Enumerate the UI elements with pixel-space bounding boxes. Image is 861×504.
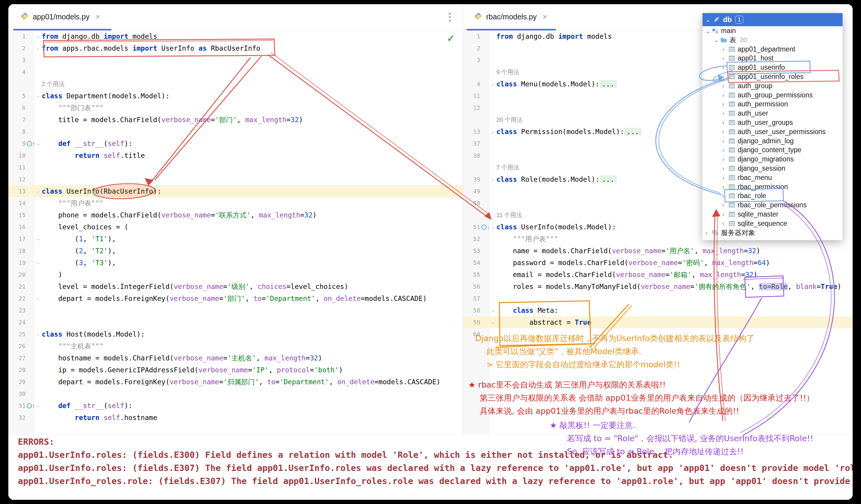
fold-handle-icon[interactable]: ⌄ — [36, 92, 41, 99]
fold-handle-icon[interactable]: ⌄ — [490, 176, 495, 182]
code-line[interactable]: 25⌄class Host(models.Model): — [8, 328, 463, 340]
db-table-row-rbac_permission[interactable]: ›rbac_permission — [702, 182, 843, 192]
code-line[interactable]: 19⌄ (3, 'T3'), — [8, 257, 463, 269]
tab-app01-models[interactable]: app01/models.py × — [13, 4, 108, 29]
usages-inlay[interactable]: 2 个用法 — [42, 78, 65, 90]
chevron-right-icon[interactable]: › — [722, 64, 729, 71]
chevron-right-icon[interactable]: › — [722, 55, 729, 62]
code-line[interactable]: 8 — [8, 126, 463, 138]
fold-handle-icon[interactable]: ⌄ — [36, 402, 41, 409]
fold-handle-icon[interactable]: ⌄ — [36, 331, 41, 337]
usages-inlay[interactable]: 20 个用法 — [496, 114, 522, 126]
fold-handle-icon[interactable]: ⌄ — [36, 235, 41, 242]
chevron-right-icon[interactable]: › — [722, 138, 729, 145]
db-table-row-rbac_role[interactable]: ›rbac_role — [702, 191, 843, 201]
chevron-right-icon[interactable]: › — [722, 174, 729, 181]
code-line[interactable]: 59⌄ abstract = True — [463, 316, 853, 328]
chevron-down-icon[interactable]: ⌄ — [706, 27, 712, 35]
db-table-row-auth_user_user_permissions[interactable]: ›auth_user_user_permissions — [702, 127, 843, 136]
fold-handle-icon[interactable]: ⌄ — [36, 45, 41, 51]
code-line[interactable]: 29 depart = models.ForeignKey(verbose_na… — [8, 376, 463, 388]
chevron-right-icon[interactable]: › — [722, 192, 729, 199]
chevron-right-icon[interactable]: › — [706, 229, 712, 236]
chevron-right-icon[interactable]: › — [722, 46, 729, 53]
code-area-left[interactable]: 1⌄from django.db import models2⌄from app… — [8, 30, 463, 434]
chevron-right-icon[interactable]: › — [722, 211, 729, 218]
chevron-right-icon[interactable]: › — [722, 165, 729, 172]
chevron-right-icon[interactable]: › — [722, 110, 729, 117]
code-line[interactable]: 9↑⌄ def __str__(self): — [8, 138, 463, 150]
tab-rbac-models[interactable]: rbac/models.py × — [467, 4, 555, 29]
tab-close-icon[interactable]: × — [543, 12, 547, 22]
pane-divider[interactable] — [463, 4, 463, 434]
db-tree-row-main[interactable]: ⌄main — [702, 26, 843, 36]
code-line[interactable]: 4 — [8, 66, 463, 78]
db-table-row-auth_user_groups[interactable]: ›auth_user_groups — [702, 118, 843, 127]
fold-handle-icon[interactable]: ⌄ — [36, 140, 41, 147]
db-table-row-sqlite_sequence[interactable]: ›sqlite_sequence — [702, 219, 843, 228]
chevron-right-icon[interactable]: › — [722, 82, 729, 90]
code-line[interactable]: 57 — [463, 292, 853, 304]
usages-inlay[interactable]: 9 个用法 — [496, 66, 519, 78]
db-table-row-app01_userinfo[interactable]: ›app01_userinfo — [702, 63, 843, 72]
fold-handle-icon[interactable]: ⌄ — [36, 188, 41, 194]
code-line[interactable]: 26 """主机表""" — [8, 340, 463, 352]
chevron-right-icon[interactable]: › — [722, 202, 729, 208]
db-table-row-auth_permission[interactable]: ›auth_permission — [702, 99, 843, 109]
db-table-row-auth_user[interactable]: ›auth_user — [702, 109, 843, 118]
code-line[interactable]: 30 — [8, 388, 463, 400]
fold-handle-icon[interactable]: ⌄ — [490, 223, 495, 230]
code-line[interactable]: 32 return self.hostname — [8, 412, 463, 424]
chevron-down-icon[interactable]: ⌄ — [714, 36, 720, 43]
code-line[interactable]: 7 title = models.CharField(verbose_name=… — [8, 114, 463, 126]
code-line[interactable]: 18 (2, 'T2'), — [8, 245, 463, 257]
tab-close-icon[interactable]: × — [95, 12, 100, 22]
db-table-row-django_migrations[interactable]: ›django_migrations — [702, 154, 843, 164]
overrides-gutter-icon[interactable]: ↑ — [27, 401, 35, 410]
db-tree-row-服务器对象[interactable]: ›服务器对象 — [702, 228, 843, 237]
code-line[interactable]: 31↑⌄ def __str__(self): — [8, 400, 463, 412]
code-line[interactable]: 6 """部门表""" — [8, 102, 463, 114]
db-connection-row[interactable]: ⌄ db 1 — [702, 13, 843, 26]
chevron-right-icon[interactable]: › — [722, 156, 729, 163]
chevron-right-icon[interactable]: › — [722, 119, 729, 126]
chevron-right-icon[interactable]: › — [722, 220, 729, 227]
chevron-right-icon[interactable]: › — [722, 92, 729, 99]
chevron-right-icon[interactable]: › — [722, 147, 729, 153]
db-table-row-rbac_menu[interactable]: ›rbac_menu — [702, 173, 843, 182]
fold-handle-icon[interactable]: ⌄ — [36, 259, 41, 266]
code-line[interactable]: 55 email = models.CharField(verbose_name… — [463, 269, 853, 281]
overridden-gutter-icon[interactable]: ↓ — [481, 223, 490, 231]
code-line[interactable]: 11 — [8, 161, 463, 173]
db-table-row-django_admin_log[interactable]: ›django_admin_log — [702, 136, 843, 146]
usages-inlay[interactable]: 7 个用法 — [496, 161, 519, 173]
code-line[interactable]: 17⌄ (1, 'T1'), — [8, 233, 463, 245]
usages-inlay[interactable]: 11 个用法 — [496, 209, 522, 221]
code-line[interactable]: 24 — [8, 316, 463, 328]
code-line[interactable]: 56 roles = models.ManyToManyField(verbos… — [463, 281, 853, 292]
code-line[interactable]: 16 level_choices = ( — [8, 221, 463, 233]
db-table-row-app01_host[interactable]: ›app01_host — [702, 54, 843, 63]
code-line[interactable]: 53 name = models.CharField(verbose_name=… — [463, 245, 853, 257]
code-line[interactable]: 2⌄from apps.rbac.models import UserInfo … — [8, 42, 463, 54]
db-table-row-app01_userinfo_roles[interactable]: ›app01_userinfo_roles — [702, 72, 843, 81]
db-table-row-auth_group_permissions[interactable]: ›auth_group_permissions — [702, 91, 843, 100]
code-line[interactable]: 5⌄class Department(models.Model): — [8, 90, 463, 102]
code-line[interactable]: 12 — [8, 173, 463, 185]
fold-handle-icon[interactable]: ⌄ — [36, 33, 41, 39]
chevron-right-icon[interactable]: › — [722, 73, 729, 80]
code-line[interactable]: 21 level = models.IntegerField(verbose_n… — [8, 281, 463, 292]
db-tree-row-表[interactable]: ⌄表20 — [702, 36, 843, 45]
code-line[interactable]: 1⌄from django.db import models — [8, 30, 463, 42]
db-table-row-auth_group[interactable]: ›auth_group — [702, 81, 843, 91]
db-table-row-sqlite_master[interactable]: ›sqlite_master — [702, 210, 843, 219]
fold-handle-icon[interactable]: ⌄ — [490, 128, 495, 135]
code-line[interactable]: 15 phone = models.CharField(verbose_name… — [8, 209, 463, 221]
inlay-hint[interactable]: 2 个用法 — [8, 78, 463, 90]
code-line[interactable]: 27 hostname = models.CharField(verbose_n… — [8, 352, 463, 364]
db-table-row-django_session[interactable]: ›django_session — [702, 164, 843, 173]
fold-handle-icon[interactable]: ⌄ — [490, 319, 495, 325]
fold-handle-icon[interactable]: ⌄ — [490, 307, 495, 313]
db-table-row-rbac_role_permissions[interactable]: ›rbac_role_permissions — [702, 201, 843, 210]
code-line[interactable]: 10 return self.title — [8, 150, 463, 161]
